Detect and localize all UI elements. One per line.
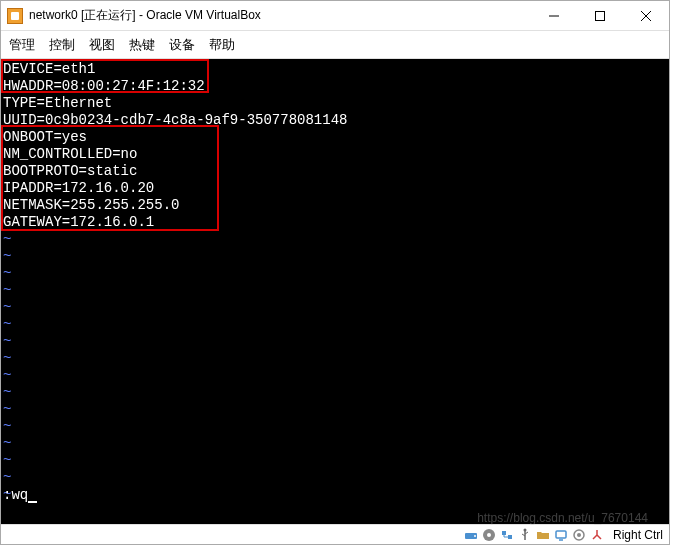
optical-icon[interactable]	[481, 527, 497, 543]
network-icon[interactable]	[499, 527, 515, 543]
term-line: IPADDR=172.16.0.20	[3, 180, 154, 196]
vim-tilde: ~	[3, 367, 11, 383]
svg-point-13	[523, 528, 526, 531]
close-icon	[641, 11, 651, 21]
vim-tilde: ~	[3, 350, 11, 366]
vim-tilde: ~	[3, 316, 11, 332]
vim-tilde: ~	[3, 452, 11, 468]
svg-rect-1	[596, 11, 605, 20]
vim-tilde: ~	[3, 333, 11, 349]
statusbar: Right Ctrl	[1, 524, 669, 544]
vim-tilde: ~	[3, 418, 11, 434]
svg-rect-16	[556, 531, 566, 538]
term-line: TYPE=Ethernet	[3, 95, 112, 111]
menubar: 管理 控制 视图 热键 设备 帮助	[1, 31, 669, 59]
term-line: GATEWAY=172.16.0.1	[3, 214, 154, 230]
shared-folder-icon[interactable]	[535, 527, 551, 543]
menu-manage[interactable]: 管理	[9, 36, 35, 54]
term-line: ONBOOT=yes	[3, 129, 87, 145]
menu-devices[interactable]: 设备	[169, 36, 195, 54]
vim-tilde: ~	[3, 248, 11, 264]
terminal-cursor	[28, 501, 37, 503]
term-line: NM_CONTROLLED=no	[3, 146, 137, 162]
minimize-button[interactable]	[531, 1, 577, 30]
menu-input[interactable]: 热键	[129, 36, 155, 54]
app-icon	[7, 8, 23, 24]
vim-tilde: ~	[3, 265, 11, 281]
vim-tilde: ~	[3, 469, 11, 485]
menu-control[interactable]: 控制	[49, 36, 75, 54]
host-key-label: Right Ctrl	[613, 528, 663, 542]
maximize-icon	[595, 11, 605, 21]
usb-icon[interactable]	[517, 527, 533, 543]
terminal-content: DEVICE=eth1 HWADDR=08:00:27:4F:12:32 TYP…	[3, 61, 667, 503]
svg-rect-8	[502, 531, 506, 535]
hdd-icon[interactable]	[463, 527, 479, 543]
vim-tilde: ~	[3, 282, 11, 298]
vim-command-text: :wq	[3, 487, 28, 503]
minimize-icon	[549, 11, 559, 21]
vim-tilde: ~	[3, 299, 11, 315]
virtualbox-window: network0 [正在运行] - Oracle VM VirtualBox 管…	[0, 0, 670, 545]
svg-point-7	[487, 533, 491, 537]
vim-tilde: ~	[3, 401, 11, 417]
menu-help[interactable]: 帮助	[209, 36, 235, 54]
vim-command-line: :wq	[3, 487, 37, 504]
recording-icon[interactable]	[571, 527, 587, 543]
svg-point-5	[474, 535, 476, 537]
close-button[interactable]	[623, 1, 669, 30]
svg-point-19	[577, 533, 581, 537]
maximize-button[interactable]	[577, 1, 623, 30]
menu-view[interactable]: 视图	[89, 36, 115, 54]
vim-tilde: ~	[3, 435, 11, 451]
term-line: NETMASK=255.255.255.0	[3, 197, 179, 213]
hostkey-icon[interactable]	[589, 527, 605, 543]
terminal-area[interactable]: DEVICE=eth1 HWADDR=08:00:27:4F:12:32 TYP…	[1, 59, 669, 524]
window-controls	[531, 1, 669, 30]
vim-tilde: ~	[3, 384, 11, 400]
term-line: HWADDR=08:00:27:4F:12:32	[3, 78, 205, 94]
titlebar: network0 [正在运行] - Oracle VM VirtualBox	[1, 1, 669, 31]
display-icon[interactable]	[553, 527, 569, 543]
vim-tilde: ~	[3, 231, 11, 247]
term-line: DEVICE=eth1	[3, 61, 95, 77]
term-line: BOOTPROTO=static	[3, 163, 137, 179]
term-line: UUID=0c9b0234-cdb7-4c8a-9af9-35077808114…	[3, 112, 347, 128]
window-title: network0 [正在运行] - Oracle VM VirtualBox	[29, 7, 531, 24]
